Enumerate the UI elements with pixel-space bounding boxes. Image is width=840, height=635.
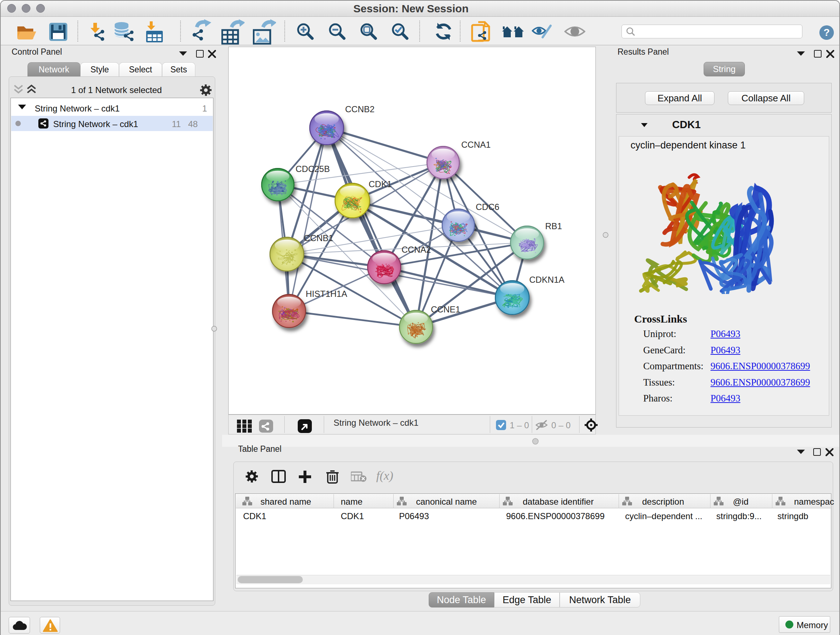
svg-text:CCNA1: CCNA1	[461, 140, 491, 149]
svg-text:CDKN1A: CDKN1A	[529, 275, 564, 285]
svg-text:CCNE1: CCNE1	[431, 304, 460, 314]
svg-text:CDC6: CDC6	[476, 202, 499, 212]
svg-text:RB1: RB1	[545, 221, 562, 231]
svg-text:CCNB1: CCNB1	[304, 233, 333, 243]
svg-text:CCNA2: CCNA2	[401, 245, 431, 255]
svg-text:CCNB2: CCNB2	[345, 104, 374, 114]
svg-text:CDC25B: CDC25B	[295, 164, 330, 174]
svg-text:HIST1H1A: HIST1H1A	[306, 289, 347, 299]
svg-text:CDK1: CDK1	[369, 179, 392, 189]
